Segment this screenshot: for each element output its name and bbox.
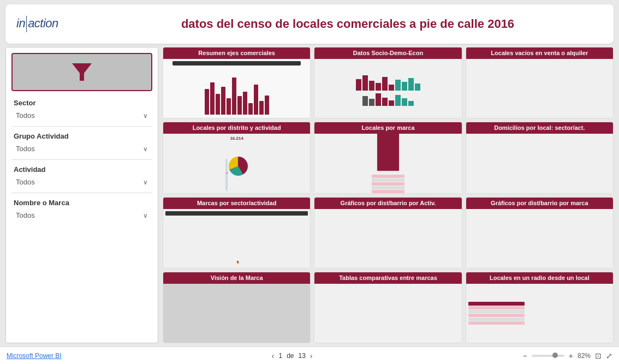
card-locales-distrito-preview: 16.214 [163,134,310,193]
card-marcas-sector-title: Marcas por sector/actividad [163,198,310,209]
filter-marca-select[interactable]: Todos ∨ [11,209,152,222]
card-graficos-marca[interactable]: Gráficos por dist/barrio por marca [466,197,614,268]
filter-actividad-label: Actividad [11,164,152,175]
filter-sector-group: Sector Todos ∨ [11,98,152,127]
chevron-down-icon: ∨ [143,112,148,120]
powerbi-link[interactable]: Microsoft Power BI [7,352,62,360]
card-datos-socio[interactable]: Datos Socio-Demo-Econ [314,47,462,118]
zoom-minus-icon[interactable]: − [523,351,527,360]
svg-marker-0 [72,63,92,81]
card-vision-marca-preview [163,284,310,343]
card-locales-radio-title: Locales en un radio desde un local [466,272,613,284]
chevron-down-icon-3: ∨ [143,178,148,186]
card-domicilios[interactable]: Domicilios por local: sector/act. [466,122,614,193]
dashboard-grid: Resumen ejes comerciales [163,47,614,343]
filter-actividad-select[interactable]: Todos ∨ [11,176,152,188]
filter-sector-label: Sector [11,98,152,108]
filter-sector-value: Todos [16,111,35,120]
sidebar: Sector Todos ∨ Grupo Actividad Todos ∨ A… [5,47,158,343]
card-tablas-comparativas[interactable]: Tablas comparativas entre marcas [314,272,462,343]
card-graficos-activ[interactable]: Gráficos por dist/barrio por Activ. [314,197,462,268]
card-tablas-comparativas-title: Tablas comparativas entre marcas [314,272,461,284]
filter-grupo-value: Todos [16,145,35,153]
footer-powerbi-link[interactable]: Microsoft Power BI [7,352,62,360]
card-domicilios-preview [466,134,613,193]
filter-grupo-label: Grupo Actividad [11,131,152,141]
card-locales-vacios[interactable]: Locales vacíos en venta o alquiler [466,47,614,118]
card-datos-socio-preview [314,59,461,118]
card-graficos-marca-preview [466,209,613,268]
funnel-icon [70,60,94,84]
zoom-slider[interactable] [532,355,564,357]
card-datos-socio-title: Datos Socio-Demo-Econ [314,47,461,59]
card-locales-distrito[interactable]: Locales por distrito y actividad 16.214 [163,122,311,193]
card-locales-marca-title: Locales por marca [314,122,461,134]
page-separator: de [287,352,294,360]
page-total: 13 [298,352,305,360]
card-tablas-comparativas-preview [314,284,461,343]
page-current: 1 [278,352,282,360]
filter-actividad-group: Actividad Todos ∨ [11,164,152,193]
card-resumen-ejes-title: Resumen ejes comerciales [163,47,310,59]
card-locales-vacios-title: Locales vacíos en venta o alquiler [466,47,613,59]
filter-marca-value: Todos [16,211,35,219]
card-resumen-ejes-preview [163,59,310,118]
zoom-level: 82% [578,352,591,360]
header: inaction datos del censo de locales come… [5,4,614,44]
card-graficos-activ-preview [314,209,461,268]
main-content: Sector Todos ∨ Grupo Actividad Todos ∨ A… [0,47,619,347]
chevron-down-icon-4: ∨ [143,212,148,219]
zoom-thumb [552,353,558,358]
filter-marca-group: Nombre o Marca Todos ∨ [11,198,152,226]
chevron-down-icon-2: ∨ [143,145,148,153]
card-graficos-marca-title: Gráficos por dist/barrio por marca [466,198,613,209]
card-marcas-sector-preview [163,209,310,268]
logo: inaction [16,16,58,32]
fit-page-icon[interactable]: ⊡ [595,351,602,360]
card-locales-radio[interactable]: Locales en un radio desde un local [466,272,614,343]
filter-actividad-value: Todos [16,178,35,186]
card-locales-distrito-title: Locales por distrito y actividad [163,122,310,134]
fullscreen-icon[interactable]: ⤢ [606,351,612,360]
page-prev-button[interactable]: ‹ [272,351,275,360]
footer: Microsoft Power BI ‹ 1 de 13 › − + 82% ⊡… [0,347,619,364]
card-graficos-activ-title: Gráficos por dist/barrio por Activ. [314,198,461,209]
card-locales-marca[interactable]: Locales por marca 45.78 [314,122,462,193]
card-vision-marca-title: Visión de la Marca [163,272,310,284]
logo-area: inaction [16,16,93,32]
filter-grupo-group: Grupo Actividad Todos ∨ [11,131,152,160]
filter-icon-area [11,53,152,91]
card-locales-radio-preview [466,284,613,343]
mini-header [172,61,301,65]
filter-sector-select[interactable]: Todos ∨ [11,109,152,122]
card-marcas-sector[interactable]: Marcas por sector/actividad [163,197,311,268]
footer-zoom: − + 82% ⊡ ⤢ [523,351,612,360]
page-title: datos del censo de locales comerciales a… [93,17,603,31]
filter-marca-label: Nombre o Marca [11,198,152,208]
card-resumen-ejes[interactable]: Resumen ejes comerciales [163,47,311,118]
footer-pagination: ‹ 1 de 13 › [272,351,313,360]
card-locales-vacios-preview [466,59,613,118]
card-locales-marca-preview: 45.78 [314,134,461,193]
card-vision-marca[interactable]: Visión de la Marca [163,272,311,343]
card-domicilios-title: Domicilios por local: sector/act. [466,122,613,134]
filter-grupo-select[interactable]: Todos ∨ [11,142,152,155]
zoom-plus-icon[interactable]: + [569,351,573,360]
page-next-button[interactable]: › [310,351,313,360]
